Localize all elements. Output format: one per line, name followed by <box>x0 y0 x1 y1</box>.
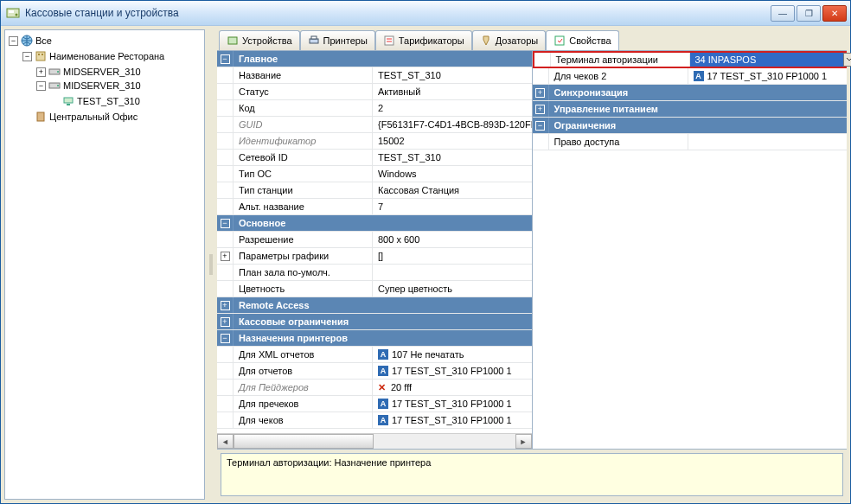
grid-right: Терминал авторизации 34 INPASPOS 12 Для … <box>532 51 848 449</box>
tab-printers[interactable]: Принтеры <box>300 30 375 50</box>
a-icon: A <box>378 349 388 360</box>
prop-pagers[interactable]: Для Пейджеров✕20 fff <box>217 380 532 396</box>
expand-icon[interactable]: + <box>36 67 46 77</box>
titlebar: Кассовые станции и устройства — ❐ ✕ <box>1 1 850 26</box>
tree-node-office[interactable]: Центральный Офис <box>22 110 204 124</box>
printer-icon <box>308 35 320 47</box>
tree-node-mid1[interactable]: + MIDSERVER_310 <box>36 65 204 79</box>
tab-properties[interactable]: Свойства <box>546 30 618 50</box>
collapse-icon[interactable]: − <box>36 81 46 91</box>
prop-auth-terminal[interactable]: Терминал авторизации 34 INPASPOS 12 <box>533 51 848 68</box>
group-power[interactable]: +Управление питанием <box>533 101 848 118</box>
splitter[interactable] <box>208 29 214 500</box>
tabstrip: Устройства Принтеры Тарификаторы Дозатор… <box>217 29 847 51</box>
svg-rect-5 <box>38 54 40 55</box>
svg-point-2 <box>16 14 18 16</box>
tab-tariffs[interactable]: Тарификаторы <box>375 30 472 50</box>
prop-guid[interactable]: GUID{F56131F7-C4D1-4BCB-893D-120FF366A7A <box>217 117 532 133</box>
scroll-thumb[interactable] <box>234 434 374 449</box>
chevron-down-icon <box>846 56 851 63</box>
collapse-icon[interactable]: − <box>22 52 32 61</box>
svg-point-10 <box>57 85 59 86</box>
a-icon: A <box>378 415 388 425</box>
prop-reports[interactable]: Для отчетовA17 TEST_ST_310 FP1000 1 <box>217 363 532 380</box>
group-printers[interactable]: −Назначения принтеров <box>217 330 532 347</box>
app-window: Кассовые станции и устройства — ❐ ✕ − Вс… <box>0 0 851 504</box>
close-button[interactable]: ✕ <box>822 5 847 22</box>
prop-os[interactable]: Тип ОСWindows <box>217 166 532 182</box>
svg-rect-17 <box>385 36 394 45</box>
prop-access[interactable]: Право доступа <box>533 134 848 150</box>
dispenser-icon <box>480 35 492 47</box>
svg-point-8 <box>57 71 59 73</box>
prop-resolution[interactable]: Разрешение800 x 600 <box>217 232 532 248</box>
prop-netid[interactable]: Сетевой IDTEST_ST_310 <box>217 150 532 166</box>
prop-plan[interactable]: План зала по-умолч. <box>217 265 532 281</box>
tab-dispensers[interactable]: Дозаторы <box>472 30 547 50</box>
h-scrollbar[interactable]: ◄ ► <box>217 433 532 449</box>
a-icon: A <box>694 71 704 81</box>
group-kass-limits[interactable]: +Кассовые ограничения <box>217 314 532 330</box>
tab-devices[interactable]: Устройства <box>219 30 300 50</box>
collapse-icon[interactable]: − <box>9 36 18 46</box>
app-icon <box>6 6 20 20</box>
right-pane: Устройства Принтеры Тарификаторы Дозатор… <box>217 29 847 500</box>
prop-alt[interactable]: Альт. название7 <box>217 199 532 215</box>
prop-station-type[interactable]: Тип станцииКассовая Станция <box>217 182 532 199</box>
server-icon <box>48 66 61 78</box>
group-basic[interactable]: −Основное <box>217 215 532 232</box>
svg-rect-16 <box>311 36 317 39</box>
status-bar: Терминал авторизации: Назначение принтер… <box>221 453 843 496</box>
group-sync[interactable]: +Синхронизация <box>533 85 848 101</box>
prop-color[interactable]: ЦветностьСупер цветность <box>217 281 532 297</box>
prop-graphics[interactable]: +Параметры графики[] <box>217 248 532 265</box>
group-main[interactable]: −Главное <box>217 51 532 67</box>
svg-rect-11 <box>64 98 73 103</box>
scroll-right-button[interactable]: ► <box>515 434 532 449</box>
tree-pane[interactable]: − Все − Наименование Ресторана + <box>4 29 205 500</box>
a-icon: A <box>378 399 388 409</box>
tree-node-mid2[interactable]: − MIDSERVER_310 TEST_ST_310 <box>36 79 204 109</box>
svg-rect-13 <box>37 112 44 121</box>
prop-checks[interactable]: Для чековA17 TEST_ST_310 FP1000 1 <box>217 412 532 429</box>
svg-rect-18 <box>555 36 564 45</box>
minimize-button[interactable]: — <box>771 5 795 22</box>
station-icon <box>62 95 74 107</box>
a-icon: A <box>378 366 388 376</box>
svg-rect-15 <box>310 39 318 43</box>
scroll-left-button[interactable]: ◄ <box>217 434 234 449</box>
dropdown-button[interactable] <box>843 53 851 67</box>
window-title: Кассовые станции и устройства <box>25 7 771 19</box>
svg-rect-12 <box>67 104 70 105</box>
svg-rect-6 <box>42 54 43 55</box>
prop-xml[interactable]: Для XML отчетовA107 Не печатать <box>217 347 532 363</box>
svg-rect-14 <box>228 37 237 44</box>
grid-left: −Главное НазваниеTEST_ST_310 СтатусАктив… <box>217 51 532 449</box>
prop-prechecks[interactable]: Для пречековA17 TEST_ST_310 FP1000 1 <box>217 396 532 412</box>
svg-rect-4 <box>36 52 45 61</box>
prop-status[interactable]: СтатусАктивный <box>217 84 532 100</box>
client-area: − Все − Наименование Ресторана + <box>1 26 850 503</box>
group-remote[interactable]: +Remote Access <box>217 297 532 314</box>
group-limits[interactable]: −Ограничения <box>533 118 848 134</box>
svg-rect-1 <box>9 10 14 13</box>
properties-icon <box>553 35 566 47</box>
tree-node-all[interactable]: − Все − Наименование Ресторана + <box>9 34 204 124</box>
maximize-button[interactable]: ❐ <box>797 5 821 22</box>
devices-icon <box>227 35 239 47</box>
prop-checks2[interactable]: Для чеков 2A17 TEST_ST_310 FP1000 1 <box>533 68 848 85</box>
office-icon <box>35 111 47 123</box>
tariff-icon <box>383 35 395 47</box>
property-grid: −Главное НазваниеTEST_ST_310 СтатусАктив… <box>217 51 847 450</box>
x-icon: ✕ <box>378 382 386 393</box>
server-icon <box>48 80 61 92</box>
prop-name[interactable]: НазваниеTEST_ST_310 <box>217 67 532 84</box>
prop-code[interactable]: Код2 <box>217 100 532 117</box>
tree-node-restaurant[interactable]: − Наименование Ресторана + MIDSERVER_310 <box>22 49 204 110</box>
tree-node-station[interactable]: TEST_ST_310 <box>50 94 204 108</box>
globe-icon <box>21 35 33 47</box>
prop-ident[interactable]: Идентификатор15002 <box>217 133 532 150</box>
building-icon <box>35 50 47 62</box>
